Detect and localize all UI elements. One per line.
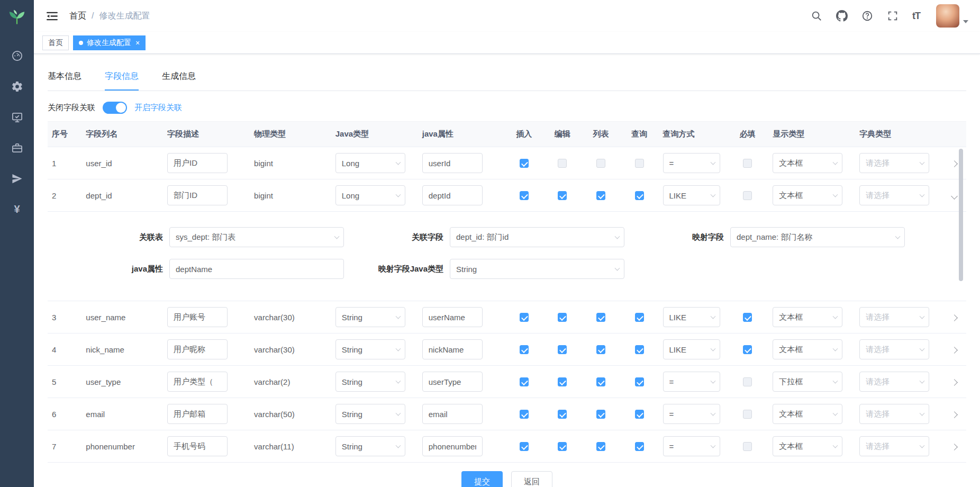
panel-select[interactable]: dept_id: 部门id xyxy=(450,227,624,247)
tag-home[interactable]: 首页 xyxy=(42,35,69,50)
dict-type-select[interactable]: 请选择 xyxy=(859,339,929,359)
submit-button[interactable]: 提交 xyxy=(461,471,503,487)
required-checkbox[interactable] xyxy=(743,191,752,200)
java-type-select[interactable]: String xyxy=(335,339,405,359)
insert-checkbox[interactable] xyxy=(520,159,529,168)
java-type-select[interactable]: String xyxy=(335,404,405,424)
edit-checkbox[interactable] xyxy=(558,313,567,322)
panel-select[interactable]: String xyxy=(450,259,624,279)
description-input[interactable] xyxy=(167,307,228,327)
list-checkbox[interactable] xyxy=(596,410,605,419)
sidebar-item-monitor[interactable] xyxy=(0,102,34,132)
java-type-select[interactable]: String xyxy=(335,436,405,456)
query-checkbox[interactable] xyxy=(635,191,644,200)
sidebar-item-dashboard[interactable] xyxy=(0,40,34,71)
query-mode-select[interactable]: LIKE xyxy=(663,339,720,359)
java-property-input[interactable] xyxy=(422,153,483,173)
avatar[interactable] xyxy=(936,4,959,28)
expand-row-icon[interactable] xyxy=(951,160,958,167)
panel-select[interactable]: sys_dept: 部门表 xyxy=(169,227,344,247)
description-input[interactable] xyxy=(167,339,228,359)
sidebar-item-system[interactable] xyxy=(0,71,34,102)
query-mode-select[interactable]: LIKE xyxy=(663,307,720,327)
dict-type-select[interactable]: 请选择 xyxy=(859,372,929,392)
java-type-select[interactable]: Long xyxy=(335,185,405,205)
query-mode-select[interactable]: = xyxy=(663,153,720,173)
query-checkbox[interactable] xyxy=(635,442,644,451)
list-checkbox[interactable] xyxy=(596,191,605,200)
edit-checkbox[interactable] xyxy=(558,410,567,419)
list-checkbox[interactable] xyxy=(596,442,605,451)
required-checkbox[interactable] xyxy=(743,159,752,168)
fullscreen-icon[interactable] xyxy=(887,10,899,22)
java-type-select[interactable]: String xyxy=(335,307,405,327)
java-property-input[interactable] xyxy=(422,339,483,359)
dict-type-select[interactable]: 请选择 xyxy=(859,185,929,205)
query-checkbox[interactable] xyxy=(635,313,644,322)
java-property-input[interactable] xyxy=(422,372,483,392)
query-mode-select[interactable]: = xyxy=(663,436,720,456)
font-size-icon[interactable]: tT xyxy=(912,11,920,22)
back-button[interactable]: 返回 xyxy=(511,471,552,487)
help-icon[interactable] xyxy=(861,10,873,22)
app-logo[interactable] xyxy=(6,6,28,28)
query-checkbox[interactable] xyxy=(635,345,644,354)
tab-basic-info[interactable]: 基本信息 xyxy=(48,64,81,91)
sidebar-item-finance[interactable]: ¥ xyxy=(0,194,34,224)
description-input[interactable] xyxy=(167,153,228,173)
java-property-input[interactable] xyxy=(422,185,483,205)
insert-checkbox[interactable] xyxy=(520,410,529,419)
display-type-select[interactable]: 文本框 xyxy=(773,436,842,456)
required-checkbox[interactable] xyxy=(743,313,752,322)
insert-checkbox[interactable] xyxy=(520,442,529,451)
breadcrumb-home[interactable]: 首页 xyxy=(69,11,86,22)
query-mode-select[interactable]: = xyxy=(663,372,720,392)
github-icon[interactable] xyxy=(836,10,848,22)
java-type-select[interactable]: Long xyxy=(335,153,405,173)
dict-type-select[interactable]: 请选择 xyxy=(859,307,929,327)
list-checkbox[interactable] xyxy=(596,345,605,354)
insert-checkbox[interactable] xyxy=(520,313,529,322)
java-property-input[interactable] xyxy=(422,436,483,456)
query-checkbox[interactable] xyxy=(635,377,644,386)
list-checkbox[interactable] xyxy=(596,313,605,322)
edit-checkbox[interactable] xyxy=(558,345,567,354)
sidebar-item-tool[interactable] xyxy=(0,132,34,163)
display-type-select[interactable]: 下拉框 xyxy=(773,372,842,392)
display-type-select[interactable]: 文本框 xyxy=(773,307,842,327)
tab-generate-info[interactable]: 生成信息 xyxy=(162,64,196,91)
query-checkbox[interactable] xyxy=(635,410,644,419)
panel-input[interactable] xyxy=(169,259,344,279)
required-checkbox[interactable] xyxy=(743,442,752,451)
dict-type-select[interactable]: 请选择 xyxy=(859,153,929,173)
display-type-select[interactable]: 文本框 xyxy=(773,404,842,424)
java-property-input[interactable] xyxy=(422,404,483,424)
expand-row-icon[interactable] xyxy=(951,411,958,418)
query-mode-select[interactable]: = xyxy=(663,404,720,424)
insert-checkbox[interactable] xyxy=(520,345,529,354)
description-input[interactable] xyxy=(167,185,228,205)
tag-close-icon[interactable]: × xyxy=(135,39,140,47)
tag-current-page[interactable]: 修改生成配置 × xyxy=(73,35,146,50)
association-on-link[interactable]: 开启字段关联 xyxy=(134,103,182,113)
vertical-scrollbar[interactable] xyxy=(959,149,963,281)
description-input[interactable] xyxy=(167,404,228,424)
description-input[interactable] xyxy=(167,372,228,392)
list-checkbox[interactable] xyxy=(596,377,605,386)
query-checkbox[interactable] xyxy=(635,159,644,168)
query-mode-select[interactable]: LIKE xyxy=(663,185,720,205)
expand-row-icon[interactable] xyxy=(951,347,958,354)
description-input[interactable] xyxy=(167,436,228,456)
java-property-input[interactable] xyxy=(422,307,483,327)
sidebar-toggle-icon[interactable] xyxy=(46,10,59,23)
dict-type-select[interactable]: 请选择 xyxy=(859,436,929,456)
required-checkbox[interactable] xyxy=(743,377,752,386)
field-association-switch[interactable] xyxy=(103,102,127,114)
insert-checkbox[interactable] xyxy=(520,191,529,200)
display-type-select[interactable]: 文本框 xyxy=(773,339,842,359)
display-type-select[interactable]: 文本框 xyxy=(773,153,842,173)
required-checkbox[interactable] xyxy=(743,345,752,354)
java-type-select[interactable]: String xyxy=(335,372,405,392)
expand-row-icon[interactable] xyxy=(951,379,958,386)
list-checkbox[interactable] xyxy=(596,159,605,168)
